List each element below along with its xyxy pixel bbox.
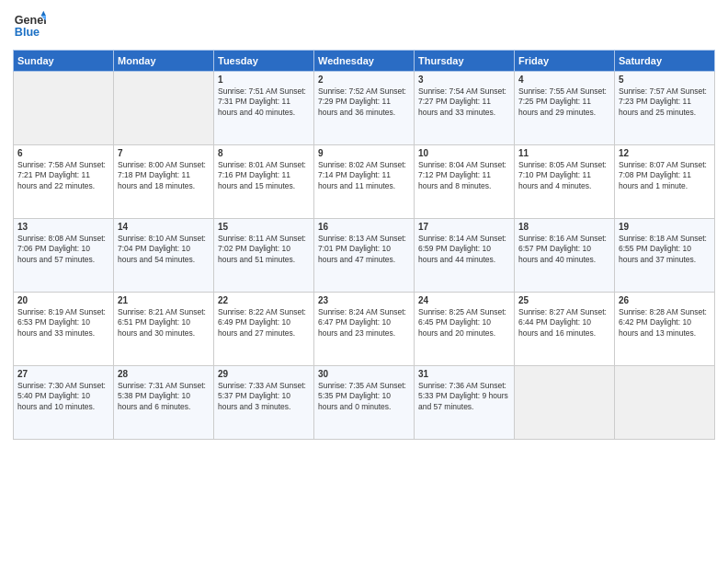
- day-cell: 8Sunrise: 8:01 AM Sunset: 7:16 PM Daylig…: [214, 145, 314, 219]
- day-cell: 22Sunrise: 8:22 AM Sunset: 6:49 PM Dayli…: [214, 293, 314, 366]
- day-number: 15: [218, 222, 310, 232]
- day-header-monday: Monday: [114, 51, 214, 72]
- day-detail: Sunrise: 8:08 AM Sunset: 7:06 PM Dayligh…: [17, 234, 109, 265]
- day-cell: 14Sunrise: 8:10 AM Sunset: 7:04 PM Dayli…: [114, 219, 214, 293]
- day-header-saturday: Saturday: [615, 51, 715, 72]
- day-number: 20: [17, 295, 109, 305]
- day-cell: 25Sunrise: 8:27 AM Sunset: 6:44 PM Dayli…: [515, 293, 615, 366]
- header: General Blue: [13, 9, 715, 42]
- day-cell: [615, 366, 715, 440]
- day-detail: Sunrise: 8:13 AM Sunset: 7:01 PM Dayligh…: [318, 234, 410, 265]
- day-cell: 26Sunrise: 8:28 AM Sunset: 6:42 PM Dayli…: [615, 293, 715, 366]
- day-detail: Sunrise: 8:18 AM Sunset: 6:55 PM Dayligh…: [619, 234, 711, 265]
- day-cell: 7Sunrise: 8:00 AM Sunset: 7:18 PM Daylig…: [114, 145, 214, 219]
- day-detail: Sunrise: 8:07 AM Sunset: 7:08 PM Dayligh…: [619, 160, 711, 191]
- day-detail: Sunrise: 8:22 AM Sunset: 6:49 PM Dayligh…: [218, 307, 310, 339]
- day-detail: Sunrise: 8:25 AM Sunset: 6:45 PM Dayligh…: [418, 307, 510, 339]
- day-detail: Sunrise: 7:52 AM Sunset: 7:29 PM Dayligh…: [318, 86, 410, 118]
- day-number: 29: [218, 369, 310, 379]
- day-number: 17: [418, 222, 510, 232]
- day-number: 22: [218, 295, 310, 305]
- day-number: 19: [619, 222, 711, 232]
- day-number: 1: [218, 75, 310, 85]
- day-cell: 20Sunrise: 8:19 AM Sunset: 6:53 PM Dayli…: [14, 293, 114, 366]
- day-cell: 24Sunrise: 8:25 AM Sunset: 6:45 PM Dayli…: [415, 293, 515, 366]
- day-cell: 10Sunrise: 8:04 AM Sunset: 7:12 PM Dayli…: [415, 145, 515, 219]
- header-row: SundayMondayTuesdayWednesdayThursdayFrid…: [14, 51, 715, 72]
- day-cell: 3Sunrise: 7:54 AM Sunset: 7:27 PM Daylig…: [415, 72, 515, 145]
- day-cell: 5Sunrise: 7:57 AM Sunset: 7:23 PM Daylig…: [615, 72, 715, 145]
- day-number: 11: [518, 148, 610, 158]
- day-cell: 12Sunrise: 8:07 AM Sunset: 7:08 PM Dayli…: [615, 145, 715, 219]
- day-cell: 30Sunrise: 7:35 AM Sunset: 5:35 PM Dayli…: [314, 366, 415, 440]
- day-number: 16: [318, 222, 410, 232]
- day-detail: Sunrise: 8:04 AM Sunset: 7:12 PM Dayligh…: [418, 160, 510, 191]
- day-cell: 16Sunrise: 8:13 AM Sunset: 7:01 PM Dayli…: [314, 219, 415, 293]
- day-cell: [14, 72, 114, 145]
- day-number: 3: [418, 75, 510, 85]
- day-number: 13: [17, 222, 109, 232]
- day-cell: 29Sunrise: 7:33 AM Sunset: 5:37 PM Dayli…: [214, 366, 314, 440]
- day-number: 23: [318, 295, 410, 305]
- day-cell: 28Sunrise: 7:31 AM Sunset: 5:38 PM Dayli…: [114, 366, 214, 440]
- day-number: 27: [17, 369, 109, 379]
- day-cell: 19Sunrise: 8:18 AM Sunset: 6:55 PM Dayli…: [615, 219, 715, 293]
- day-detail: Sunrise: 8:10 AM Sunset: 7:04 PM Dayligh…: [118, 234, 210, 265]
- day-number: 18: [518, 222, 610, 232]
- week-row-3: 13Sunrise: 8:08 AM Sunset: 7:06 PM Dayli…: [14, 219, 715, 293]
- day-number: 6: [17, 148, 109, 158]
- day-cell: 18Sunrise: 8:16 AM Sunset: 6:57 PM Dayli…: [515, 219, 615, 293]
- day-detail: Sunrise: 7:55 AM Sunset: 7:25 PM Dayligh…: [518, 86, 610, 118]
- day-cell: [515, 366, 615, 440]
- day-header-friday: Friday: [515, 51, 615, 72]
- day-cell: 1Sunrise: 7:51 AM Sunset: 7:31 PM Daylig…: [214, 72, 314, 145]
- logo-icon: General Blue: [13, 9, 46, 42]
- day-number: 4: [518, 75, 610, 85]
- day-number: 31: [418, 369, 510, 379]
- logo: General Blue: [13, 9, 46, 42]
- page: General Blue SundayMondayTuesdayWednesda…: [0, 0, 728, 563]
- day-cell: 9Sunrise: 8:02 AM Sunset: 7:14 PM Daylig…: [314, 145, 415, 219]
- day-cell: 4Sunrise: 7:55 AM Sunset: 7:25 PM Daylig…: [515, 72, 615, 145]
- day-cell: 23Sunrise: 8:24 AM Sunset: 6:47 PM Dayli…: [314, 293, 415, 366]
- svg-text:Blue: Blue: [15, 26, 40, 39]
- day-detail: Sunrise: 7:58 AM Sunset: 7:21 PM Dayligh…: [17, 160, 109, 191]
- day-header-tuesday: Tuesday: [214, 51, 314, 72]
- day-number: 2: [318, 75, 410, 85]
- day-number: 8: [218, 148, 310, 158]
- day-number: 9: [318, 148, 410, 158]
- week-row-2: 6Sunrise: 7:58 AM Sunset: 7:21 PM Daylig…: [14, 145, 715, 219]
- day-number: 12: [619, 148, 711, 158]
- day-number: 10: [418, 148, 510, 158]
- day-number: 25: [518, 295, 610, 305]
- day-detail: Sunrise: 7:31 AM Sunset: 5:38 PM Dayligh…: [118, 381, 210, 412]
- day-cell: 11Sunrise: 8:05 AM Sunset: 7:10 PM Dayli…: [515, 145, 615, 219]
- day-detail: Sunrise: 8:19 AM Sunset: 6:53 PM Dayligh…: [17, 307, 109, 339]
- day-number: 14: [118, 222, 210, 232]
- day-number: 30: [318, 369, 410, 379]
- week-row-1: 1Sunrise: 7:51 AM Sunset: 7:31 PM Daylig…: [14, 72, 715, 145]
- day-detail: Sunrise: 8:27 AM Sunset: 6:44 PM Dayligh…: [518, 307, 610, 339]
- day-cell: [114, 72, 214, 145]
- day-cell: 2Sunrise: 7:52 AM Sunset: 7:29 PM Daylig…: [314, 72, 415, 145]
- day-detail: Sunrise: 7:36 AM Sunset: 5:33 PM Dayligh…: [418, 381, 510, 412]
- day-detail: Sunrise: 8:00 AM Sunset: 7:18 PM Dayligh…: [118, 160, 210, 191]
- calendar-table: SundayMondayTuesdayWednesdayThursdayFrid…: [13, 50, 715, 440]
- week-row-4: 20Sunrise: 8:19 AM Sunset: 6:53 PM Dayli…: [14, 293, 715, 366]
- day-cell: 31Sunrise: 7:36 AM Sunset: 5:33 PM Dayli…: [415, 366, 515, 440]
- day-number: 7: [118, 148, 210, 158]
- day-detail: Sunrise: 7:33 AM Sunset: 5:37 PM Dayligh…: [218, 381, 310, 412]
- day-detail: Sunrise: 7:35 AM Sunset: 5:35 PM Dayligh…: [318, 381, 410, 412]
- day-detail: Sunrise: 8:05 AM Sunset: 7:10 PM Dayligh…: [518, 160, 610, 191]
- day-cell: 21Sunrise: 8:21 AM Sunset: 6:51 PM Dayli…: [114, 293, 214, 366]
- day-detail: Sunrise: 7:57 AM Sunset: 7:23 PM Dayligh…: [619, 86, 711, 118]
- day-cell: 17Sunrise: 8:14 AM Sunset: 6:59 PM Dayli…: [415, 219, 515, 293]
- day-header-sunday: Sunday: [14, 51, 114, 72]
- day-detail: Sunrise: 8:01 AM Sunset: 7:16 PM Dayligh…: [218, 160, 310, 191]
- day-detail: Sunrise: 8:24 AM Sunset: 6:47 PM Dayligh…: [318, 307, 410, 339]
- day-detail: Sunrise: 8:02 AM Sunset: 7:14 PM Dayligh…: [318, 160, 410, 191]
- day-detail: Sunrise: 8:16 AM Sunset: 6:57 PM Dayligh…: [518, 234, 610, 265]
- day-detail: Sunrise: 8:21 AM Sunset: 6:51 PM Dayligh…: [118, 307, 210, 339]
- day-detail: Sunrise: 8:11 AM Sunset: 7:02 PM Dayligh…: [218, 234, 310, 265]
- day-cell: 6Sunrise: 7:58 AM Sunset: 7:21 PM Daylig…: [14, 145, 114, 219]
